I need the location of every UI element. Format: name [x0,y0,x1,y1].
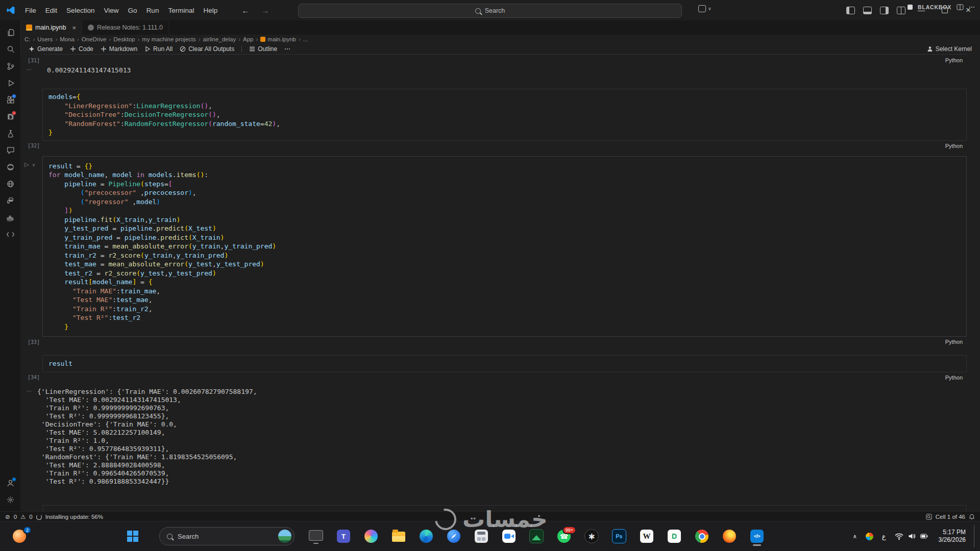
menu-selection[interactable]: Selection [62,7,100,14]
activity-jupyter-icon[interactable] [0,159,20,176]
toolbar-add-markdown-button[interactable]: Markdown [101,45,137,53]
cell-code-editor[interactable]: result [42,355,967,372]
toggle-sidebar-icon[interactable] [846,7,855,14]
breadcrumb-item[interactable]: C: [24,36,31,42]
breadcrumb-item[interactable]: airline_delay [203,36,236,42]
activity-python-icon[interactable] [0,192,20,209]
taskbar-whatsapp[interactable]: ☎99+ [553,525,575,547]
clock[interactable]: 5:17 PM 3/26/2026 [934,529,971,544]
activity-scm-icon[interactable] [0,58,20,74]
taskbar-explorer[interactable] [387,525,410,547]
blackbox-label[interactable]: BLACKBOX [918,4,951,10]
output-menu-icon[interactable]: ⋯ [27,67,32,72]
toolbar-generate-button[interactable]: Generate [29,45,63,53]
taskbar-copilot[interactable] [360,525,382,547]
menu-file[interactable]: File [20,7,41,14]
activity-remote-icon[interactable] [0,226,20,243]
notifications-bell-icon[interactable] [969,514,975,520]
errors-icon[interactable]: ⊘ [5,513,10,520]
toggle-panel-icon[interactable] [863,7,872,14]
taskbar-wikipedia[interactable]: W [635,525,658,547]
cell-language[interactable]: Python [945,339,963,345]
tab-main-ipynb[interactable]: main.ipynb× [20,20,82,35]
cell-code-editor[interactable]: pd.DataFrame(result) [42,505,967,512]
warnings-count[interactable]: 0 [29,514,32,520]
breadcrumb-item[interactable]: main.ipynb [260,36,296,42]
command-center-search[interactable]: Search [298,4,682,18]
forward-button[interactable]: → [261,6,269,15]
menu-help[interactable]: Help [199,7,222,14]
language-indicator[interactable]: ع [878,526,890,546]
tab-release-notes-1-111-0[interactable]: Release Notes: 1.111.0 [82,20,169,35]
activity-chat-icon[interactable] [0,142,20,159]
errors-count[interactable]: 0 [14,514,17,520]
taskbar-vscode[interactable]: </> [746,525,768,547]
activity-debug-icon[interactable] [0,74,20,91]
select-kernel-button[interactable]: Select Kernel [927,44,972,54]
menu-go[interactable]: Go [124,7,142,14]
hidden-icons-chevron[interactable]: ∧ [849,526,861,546]
close-tab-icon[interactable]: × [72,24,76,32]
breadcrumb-item[interactable]: ... [303,36,308,42]
menu-edit[interactable]: Edit [41,7,62,14]
taskbar-widgets[interactable]: 2 [8,525,31,547]
taskbar-letter-d[interactable]: D [663,525,685,547]
activity-search-icon[interactable] [0,41,20,58]
breadcrumb-item[interactable]: Mona [60,36,75,42]
toolbar-run-all-button[interactable]: Run All [144,45,173,53]
breadcrumb-item[interactable]: my machine projects [142,36,195,42]
taskbar-greenapp[interactable] [525,525,548,547]
cell-position[interactable]: Cell 1 of 46 [936,514,965,520]
tray-app-icon[interactable] [862,526,877,546]
taskbar-monitor[interactable] [305,525,327,547]
cell-language[interactable]: Python [945,57,963,63]
taskbar-chatgpt[interactable]: ∗ [580,525,603,547]
menu-run[interactable]: Run [142,7,164,14]
cell-code-editor[interactable]: result = {}for model_name, model in mode… [42,156,967,337]
activity-explorer-icon[interactable] [0,24,20,41]
activity-containers-icon[interactable] [0,209,20,226]
activity-blackbox-icon[interactable] [0,108,20,125]
cell-code-editor[interactable]: models={ "LinerRegression":LinearRegress… [42,89,967,141]
taskbar-compass[interactable] [443,525,465,547]
toolbar-clear-all-outputs-button[interactable]: Clear All Outputs [180,45,234,53]
network-volume-battery[interactable] [891,526,932,546]
taskbar-chrome[interactable] [691,525,713,547]
run-options-chevron-icon[interactable]: ∨ [32,163,35,167]
taskbar-search[interactable]: Search [159,527,295,545]
menu-view[interactable]: View [100,7,124,14]
toolbar-outline-button[interactable]: Outline [249,45,277,53]
activity-settings-icon[interactable] [0,491,20,508]
customize-layout-icon[interactable] [897,7,905,14]
toolbar-more-actions-button[interactable] [284,46,290,52]
run-cell-button[interactable]: ▷ [24,161,29,168]
output-menu-icon[interactable]: ⋯ [27,388,32,394]
split-editor-icon[interactable] [957,4,964,11]
menu-terminal[interactable]: Terminal [163,7,199,14]
activity-account-icon[interactable] [0,474,20,491]
activity-web-icon[interactable] [0,176,20,192]
breadcrumb-item[interactable]: Users [37,36,53,42]
activity-testing-icon[interactable] [0,125,20,142]
breadcrumb-item[interactable]: OneDrive [82,36,107,42]
update-status[interactable]: Installing update: 56% [45,514,103,520]
cell-language[interactable]: Python [945,374,963,381]
taskbar-teams[interactable]: T [332,525,355,547]
toggle-secondary-sidebar-icon[interactable] [880,7,889,14]
start-button[interactable] [121,525,144,547]
show-desktop-button[interactable] [974,525,977,547]
toolbar-add-code-button[interactable]: Code [70,45,93,53]
breadcrumb-item[interactable]: Desktop [113,36,135,42]
back-button[interactable]: ← [241,6,249,15]
taskbar-edge[interactable] [415,525,437,547]
warnings-icon[interactable]: ⚠ [20,513,26,520]
activity-ext-icon[interactable] [0,91,20,108]
taskbar-photoshop[interactable]: Ps [608,525,630,547]
more-actions-icon[interactable] [969,4,975,10]
remote-window-dropdown[interactable]: ∨ [698,5,712,12]
breadcrumb-item[interactable]: App [243,36,253,42]
zoom-indicator-icon[interactable] [926,514,932,520]
taskbar-firefox[interactable] [718,525,741,547]
taskbar-calculator[interactable] [470,525,493,547]
cell-language[interactable]: Python [945,143,963,149]
